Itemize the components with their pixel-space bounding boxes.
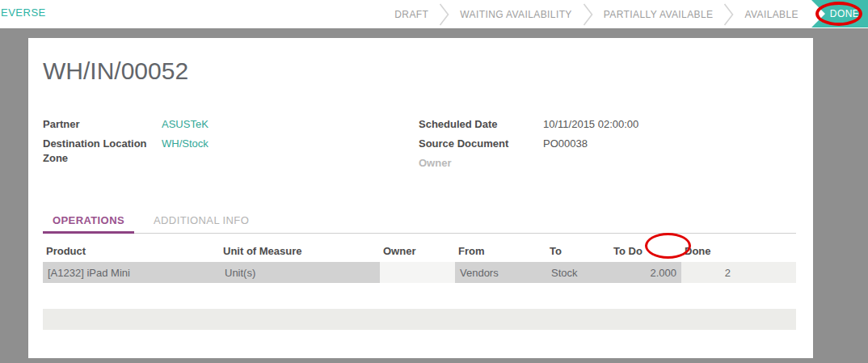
status-step-partially-available[interactable]: PARTIALLY AVAILABLE: [604, 9, 714, 20]
tab-operations[interactable]: OPERATIONS: [43, 211, 134, 234]
empty-add-row-strip: [43, 309, 796, 330]
column-header-filler: [735, 242, 796, 262]
cell-from: Vendors: [455, 262, 546, 283]
operations-table-header-row: Product Unit of Measure Owner From To To…: [43, 242, 796, 262]
column-header-to-do: To Do: [610, 242, 681, 262]
cell-done: 2: [681, 262, 735, 283]
status-step-available[interactable]: AVAILABLE: [744, 9, 798, 20]
source-document-label: Source Document: [419, 137, 543, 151]
scheduled-date-value: 10/11/2015 02:00:00: [543, 117, 638, 132]
field-row-destination-location: Destination Location Zone WH/Stock: [43, 137, 419, 166]
cell-unit-of-measure: Unit(s): [220, 262, 380, 283]
status-step-draft[interactable]: DRAFT: [394, 9, 428, 20]
tab-additional-info[interactable]: ADDITIONAL INFO: [144, 211, 259, 234]
field-groups: Partner ASUSTeK Destination Location Zon…: [43, 117, 796, 175]
status-pipeline: DRAFT WAITING AVAILABILITY PARTIALLY AVA…: [394, 0, 798, 28]
operations-table: Product Unit of Measure Owner From To To…: [43, 242, 796, 283]
field-group-right: Scheduled Date 10/11/2015 02:00:00 Sourc…: [419, 117, 796, 175]
field-row-scheduled-date: Scheduled Date 10/11/2015 02:00:00: [419, 117, 796, 132]
field-row-source-document: Source Document PO00038: [419, 137, 796, 151]
column-header-to: To: [546, 242, 610, 262]
form-sheet: WH/IN/00052 Partner ASUSTeK Destination …: [28, 38, 813, 358]
page-title: WH/IN/00052: [43, 57, 796, 85]
chevron-right-icon: [439, 3, 449, 26]
column-header-product: Product: [43, 242, 220, 262]
notebook-tabs: OPERATIONS ADDITIONAL INFO: [43, 211, 796, 234]
cell-filler: [735, 262, 796, 283]
destination-location-value-link[interactable]: WH/Stock: [162, 137, 209, 166]
table-row[interactable]: [A1232] iPad Mini Unit(s) Vendors Stock …: [43, 262, 796, 283]
scheduled-date-label: Scheduled Date: [419, 117, 543, 132]
partner-label: Partner: [43, 117, 162, 132]
cell-owner: [380, 262, 455, 283]
cell-to: Stock: [546, 262, 610, 283]
status-step-done-active[interactable]: DONE: [811, 0, 868, 27]
cell-product: [A1232] iPad Mini: [43, 262, 220, 283]
column-header-owner: Owner: [380, 242, 455, 262]
field-group-left: Partner ASUSTeK Destination Location Zon…: [43, 117, 419, 175]
column-header-from: From: [455, 242, 546, 262]
top-bar: EVERSE DRAFT WAITING AVAILABILITY PARTIA…: [0, 0, 868, 28]
chevron-right-icon: [583, 3, 593, 26]
cell-to-do: 2.000: [610, 262, 681, 283]
field-row-partner: Partner ASUSTeK: [43, 117, 419, 132]
source-document-value: PO00038: [543, 137, 588, 151]
field-row-owner: Owner: [419, 156, 796, 171]
column-header-done: Done: [681, 242, 735, 262]
status-step-waiting-availability[interactable]: WAITING AVAILABILITY: [460, 9, 571, 20]
owner-label: Owner: [419, 156, 543, 171]
destination-location-label: Destination Location Zone: [43, 137, 162, 166]
partner-value-link[interactable]: ASUSTeK: [162, 117, 209, 132]
reverse-button[interactable]: EVERSE: [1, 6, 46, 19]
chevron-right-icon: [723, 3, 734, 26]
column-header-unit-of-measure: Unit of Measure: [220, 242, 380, 262]
